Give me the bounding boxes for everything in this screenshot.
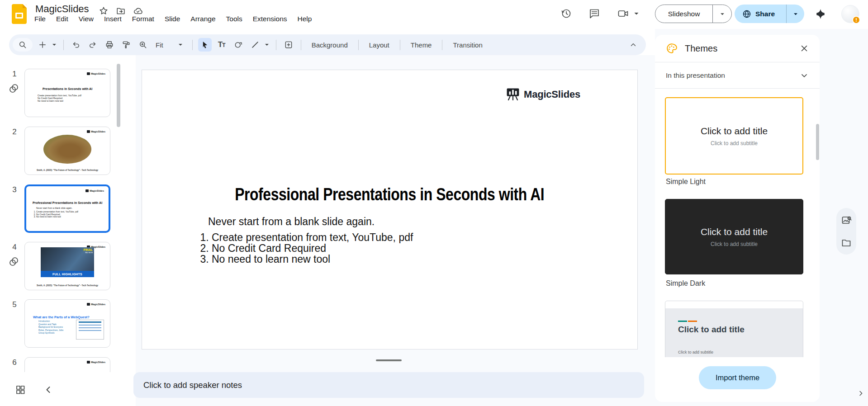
thumb-logo-text: MagicSlides [90, 189, 104, 192]
new-slide-caret-icon[interactable] [51, 41, 58, 48]
video-subtext: IND WON [85, 252, 93, 254]
search-menus-button[interactable] [13, 38, 33, 52]
redo-button[interactable] [86, 38, 100, 52]
slide-thumbnail-6[interactable]: MagicSlides [24, 357, 110, 372]
new-slide-button[interactable] [36, 38, 49, 52]
menu-file[interactable]: File [34, 15, 46, 23]
line-tool-button[interactable] [248, 38, 262, 52]
menu-tools[interactable]: Tools [226, 15, 242, 23]
camera-dropdown-caret-icon[interactable] [633, 10, 640, 17]
slides-app-icon[interactable] [12, 4, 27, 24]
undo-icon [71, 40, 81, 49]
share-button[interactable]: Share [735, 9, 786, 19]
grid-view-icon[interactable] [15, 384, 26, 395]
layout-button[interactable]: Layout [364, 41, 394, 49]
meet-camera-icon[interactable] [617, 7, 630, 20]
print-button[interactable] [103, 38, 116, 52]
transition-button[interactable]: Transition [448, 41, 487, 49]
zoom-caret-icon [177, 41, 184, 48]
version-history-icon[interactable] [560, 7, 573, 20]
slide-title[interactable]: Professional Presentations in Seconds wi… [142, 185, 637, 204]
gemini-sparkle-icon[interactable] [814, 8, 827, 20]
thumb-caption: Smith, A. (2023): "The Future of Technol… [25, 284, 110, 287]
theme-button[interactable]: Theme [406, 41, 437, 49]
menu-slide[interactable]: Slide [165, 15, 180, 23]
folder-icon[interactable] [841, 237, 852, 248]
chevron-down-icon [800, 71, 809, 80]
text-box-tool-button[interactable]: TT [215, 38, 228, 52]
menu-edit[interactable]: Edit [56, 15, 68, 23]
text-tool-icon: TT [218, 40, 225, 49]
thumb-subtitle: Never start from a blank slide again. [36, 207, 72, 209]
speaker-notes-placeholder: Click to add speaker notes [133, 380, 242, 390]
menu-arrange[interactable]: Arrange [190, 15, 215, 23]
cricket-video-thumbnail: FINAL IND WON FULL HIGHLIGHTS [41, 247, 94, 277]
select-tool-button[interactable] [198, 38, 212, 52]
theme-card-simple-light[interactable]: Click to add title Click to add subtitle [665, 97, 803, 175]
slide-numbered-list[interactable]: Create presentation from text, YouTube, … [198, 232, 413, 264]
slideshow-button[interactable]: Slideshow [655, 10, 712, 18]
zoom-select[interactable]: Fit [153, 41, 187, 49]
slide-subtitle[interactable]: Never start from a blank slide again. [208, 216, 375, 228]
themes-scrollbar[interactable] [816, 124, 819, 160]
star-icon[interactable] [99, 6, 109, 16]
thumb-logo: MagicSlides [87, 303, 105, 306]
zoom-in-button[interactable] [136, 38, 150, 52]
thumb-bullets: Introduction Question and Task Backgroun… [38, 320, 63, 335]
move-folder-icon[interactable] [116, 6, 126, 16]
redo-icon [88, 40, 97, 49]
show-side-panel-button[interactable] [855, 387, 866, 400]
section-label: In this presentation [666, 71, 800, 80]
thumb-logo-icon [87, 130, 90, 133]
filmstrip-row-6: 6 MagicSlides [0, 357, 136, 372]
zoom-select-value: Fit [156, 41, 163, 49]
in-this-presentation-section[interactable]: In this presentation [655, 62, 820, 88]
slide-thumbnail-3-selected[interactable]: MagicSlides Professional Presentations i… [24, 184, 110, 233]
side-rail [836, 208, 856, 255]
menu-view[interactable]: View [79, 15, 94, 23]
slide-thumbnail-2[interactable]: MagicSlides Smith, A. (2023): "The Futur… [24, 127, 110, 175]
theme-card-simple-dark[interactable]: Click to add title Click to add subtitle [665, 199, 803, 274]
thumb-side-table [76, 320, 104, 340]
menu-insert[interactable]: Insert [104, 15, 122, 23]
thumb-logo-icon [85, 189, 89, 192]
menu-format[interactable]: Format [132, 15, 154, 23]
filmstrip-scrollbar[interactable] [117, 64, 120, 127]
collapse-filmstrip-chevron-left-icon[interactable] [43, 384, 54, 395]
notes-resize-handle[interactable] [376, 359, 402, 361]
thumb-logo-icon [87, 361, 90, 364]
background-button[interactable]: Background [307, 41, 353, 49]
paint-format-button[interactable] [119, 38, 133, 52]
slide-thumbnail-4[interactable]: MagicSlides FINAL IND WON FULL HIGHLIGHT… [24, 242, 110, 290]
undo-button[interactable] [69, 38, 83, 52]
image-search-icon[interactable] [841, 215, 852, 226]
cloud-saved-icon[interactable] [133, 6, 143, 16]
close-icon[interactable] [800, 44, 809, 53]
toolbar-divider [301, 40, 301, 50]
toolbar-divider [400, 40, 400, 50]
slide-thumbnail-5[interactable]: MagicSlides What are the Parts of a WebQ… [24, 299, 110, 348]
share-options-button[interactable] [787, 11, 804, 17]
comments-icon[interactable] [588, 7, 601, 20]
import-theme-button[interactable]: Import theme [699, 366, 776, 389]
menu-extensions[interactable]: Extensions [253, 15, 287, 23]
line-caret-icon[interactable] [263, 41, 270, 48]
thumb-logo-text: MagicSlides [91, 130, 105, 133]
document-title[interactable]: MagicSlides [35, 3, 89, 15]
slide-canvas[interactable]: MagicSlides Professional Presentations i… [142, 70, 638, 349]
shape-tool-button[interactable] [232, 38, 245, 52]
insert-comment-button[interactable] [282, 38, 295, 52]
main-toolbar: Fit TT Background Layout Theme Transitio… [9, 34, 646, 55]
account-avatar[interactable]: ! [841, 5, 859, 23]
chevron-down-icon [792, 11, 799, 17]
thumb-title: Professional Presentations in Seconds wi… [26, 201, 109, 204]
search-icon [18, 40, 27, 49]
slideshow-options-button[interactable] [713, 11, 731, 17]
theme-card-third[interactable]: Click to add title Click to add subtitle [665, 301, 803, 357]
magicslides-logo: MagicSlides [506, 88, 580, 101]
slide-thumbnail-1[interactable]: MagicSlides Presentations in Seconds wit… [24, 69, 110, 117]
menu-help[interactable]: Help [298, 15, 312, 23]
hide-menus-button[interactable] [627, 38, 640, 51]
speaker-notes-box[interactable]: Click to add speaker notes [133, 372, 644, 398]
plus-icon [38, 40, 47, 49]
